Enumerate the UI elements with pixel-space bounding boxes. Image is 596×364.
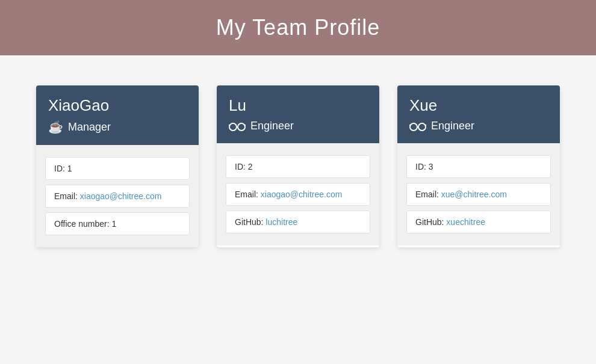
glasses-icon: [409, 122, 426, 131]
card-header: XiaoGao Manager: [36, 85, 199, 145]
member-role: Engineer: [409, 120, 548, 132]
card-body: ID: 3 Email: xue@chitree.com GitHub: xue…: [397, 143, 560, 245]
id-label: ID:: [235, 162, 246, 171]
member-name: Xue: [409, 96, 548, 115]
member-role: Manager: [48, 120, 187, 134]
email-link[interactable]: xue@chitree.com: [441, 190, 507, 199]
github-field: GitHub: luchitree: [226, 211, 370, 233]
email-link[interactable]: xiaogao@chitree.com: [80, 191, 162, 201]
id-field: ID: 1: [45, 157, 190, 180]
member-name: Lu: [229, 96, 367, 115]
email-field: Email: xiaogao@chitree.com: [226, 183, 370, 206]
email-label: Email:: [415, 190, 439, 199]
svg-point-5: [410, 123, 417, 131]
github-link[interactable]: xuechitree: [446, 217, 485, 227]
role-label: Engineer: [431, 120, 474, 132]
email-label: Email:: [54, 191, 78, 201]
office-field: Office number: 1: [45, 212, 190, 235]
card-body: ID: 1 Email: xiaogao@chitree.com Office …: [36, 145, 199, 247]
card-header: Lu Engineer: [217, 85, 379, 143]
card-body: ID: 2 Email: xiaogao@chitree.com GitHub:…: [217, 143, 379, 245]
id-field: ID: 3: [406, 155, 551, 178]
github-label: GitHub:: [415, 217, 444, 227]
email-field: Email: xue@chitree.com: [406, 183, 551, 206]
github-field: GitHub: xuechitree: [406, 211, 551, 233]
office-label: Office number:: [54, 219, 110, 229]
svg-point-6: [418, 123, 426, 131]
card-header: Xue Engineer: [397, 85, 560, 143]
team-card: Xue Engineer ID: 3 Email: xue@chitr: [397, 85, 560, 247]
role-label: Engineer: [250, 120, 294, 132]
email-label: Email:: [235, 190, 258, 199]
svg-point-1: [238, 123, 245, 131]
id-field: ID: 2: [226, 155, 370, 178]
team-card: XiaoGao Manager ID: 1 Email: xiaogao@chi…: [36, 85, 199, 247]
email-link[interactable]: xiaogao@chitree.com: [261, 190, 343, 199]
role-label: Manager: [68, 121, 111, 134]
email-field: Email: xiaogao@chitree.com: [45, 185, 190, 208]
svg-point-0: [229, 123, 237, 131]
member-name: XiaoGao: [48, 96, 187, 115]
cards-container: XiaoGao Manager ID: 1 Email: xiaogao@chi…: [0, 55, 596, 271]
glasses-icon: [229, 122, 246, 131]
github-link[interactable]: luchitree: [265, 217, 297, 227]
page-header: My Team Profile: [0, 0, 596, 55]
member-role: Engineer: [229, 120, 367, 132]
github-label: GitHub:: [235, 217, 263, 227]
coffee-icon: [48, 120, 63, 134]
id-label: ID:: [415, 162, 426, 171]
team-card: Lu Engineer ID: 2 Email: xiaogao@ch: [217, 85, 379, 247]
page-title: My Team Profile: [0, 15, 596, 40]
id-label: ID:: [54, 164, 65, 173]
